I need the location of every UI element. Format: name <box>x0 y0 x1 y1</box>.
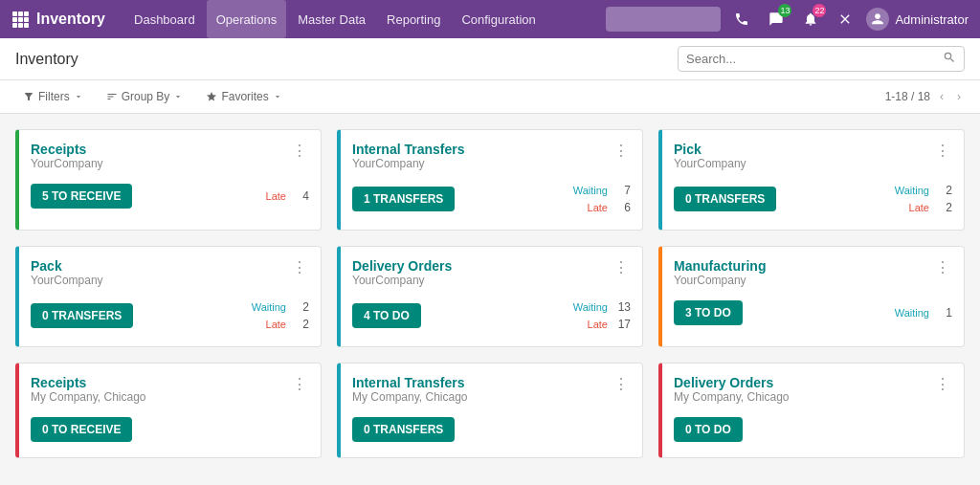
card-header: Delivery Orders My Company, Chicago ⋮ <box>674 375 952 413</box>
menu-operations[interactable]: Operations <box>207 0 287 38</box>
stat-label: Late <box>266 319 286 330</box>
card-body: 4 TO DO Waiting 13 Late 17 <box>352 300 631 331</box>
stat-value: 7 <box>615 184 631 197</box>
card-action-button[interactable]: 4 TO DO <box>352 303 421 328</box>
card-title: Receipts <box>31 375 146 390</box>
card-stat-row: Waiting 7 <box>573 184 631 197</box>
card-menu-button[interactable]: ⋮ <box>933 375 952 393</box>
card-title: Manufacturing <box>674 258 766 274</box>
card-menu-button[interactable]: ⋮ <box>290 142 309 160</box>
card-body: 5 TO RECEIVE Late 4 <box>31 184 309 209</box>
card-stat-row: Waiting 1 <box>895 306 952 320</box>
card-menu-button[interactable]: ⋮ <box>612 258 631 276</box>
card-company: My Company, Chicago <box>674 390 790 404</box>
card-menu-button[interactable]: ⋮ <box>612 375 631 393</box>
topnav-right-section: 13 22 Administrator <box>606 6 969 33</box>
user-avatar <box>866 8 889 31</box>
menu-master-data[interactable]: Master Data <box>288 0 375 38</box>
user-menu[interactable]: Administrator <box>866 8 969 31</box>
stat-value: 2 <box>294 318 309 331</box>
card-action-button[interactable]: 5 TO RECEIVE <box>31 184 132 209</box>
card-body: 3 TO DO Waiting 1 <box>674 300 952 325</box>
card-title: Internal Transfers <box>352 375 468 390</box>
stat-label: Late <box>909 202 929 213</box>
card-action-button[interactable]: 3 TO DO <box>674 300 743 325</box>
stat-label: Waiting <box>895 185 929 196</box>
card-body: 0 TRANSFERS Waiting 2 Late 2 <box>674 184 952 214</box>
card-title-group: Pick YourCompany <box>674 142 746 180</box>
card-header: Receipts My Company, Chicago ⋮ <box>31 375 309 413</box>
card-menu-button[interactable]: ⋮ <box>933 258 952 276</box>
card-action-button[interactable]: 0 TRANSFERS <box>31 303 133 328</box>
card-pick-yourcompany: Pick YourCompany ⋮ 0 TRANSFERS Waiting 2… <box>658 129 965 231</box>
menu-configuration[interactable]: Configuration <box>452 0 545 38</box>
pagination-info: 1-18 / 18 <box>885 90 930 103</box>
card-company: My Company, Chicago <box>31 390 146 404</box>
favorites-button[interactable]: Favorites <box>198 86 289 107</box>
card-title-group: Pack YourCompany <box>31 258 103 297</box>
card-action-button[interactable]: 0 TRANSFERS <box>352 417 455 442</box>
card-title: Delivery Orders <box>674 375 790 390</box>
stat-value: 13 <box>615 300 631 314</box>
pagination-prev[interactable]: ‹ <box>936 88 947 105</box>
apps-menu-button[interactable] <box>11 11 29 28</box>
card-receipts-chicago: Receipts My Company, Chicago ⋮ 0 TO RECE… <box>15 363 322 458</box>
card-action-button[interactable]: 0 TO RECEIVE <box>31 417 132 442</box>
menu-reporting[interactable]: Reporting <box>377 0 450 38</box>
card-header: Delivery Orders YourCompany ⋮ <box>352 258 631 297</box>
user-name: Administrator <box>895 12 969 27</box>
group-by-button[interactable]: Group By <box>99 86 191 107</box>
phone-icon[interactable] <box>728 6 755 33</box>
stat-value: 4 <box>294 189 309 203</box>
card-stat-row: Waiting 2 <box>252 300 309 314</box>
pagination: 1-18 / 18 ‹ › <box>885 88 965 105</box>
stat-value: 17 <box>615 318 631 331</box>
messages-badge: 13 <box>778 4 791 17</box>
group-by-label: Group By <box>122 90 170 103</box>
card-body: 0 TO DO <box>674 417 952 442</box>
card-action-button[interactable]: 0 TRANSFERS <box>674 187 776 211</box>
card-stat-row: Late 17 <box>573 318 631 331</box>
card-body: 0 TRANSFERS <box>352 417 631 442</box>
stat-value: 1 <box>937 306 952 320</box>
card-header: Internal Transfers YourCompany ⋮ <box>352 142 631 180</box>
card-menu-button[interactable]: ⋮ <box>290 258 309 276</box>
card-title: Pack <box>31 258 103 274</box>
svg-rect-2 <box>24 11 29 16</box>
card-title-group: Delivery Orders My Company, Chicago <box>674 375 790 413</box>
svg-rect-3 <box>12 17 17 22</box>
toolbar-filters: Filters Group By Favorites <box>15 86 290 107</box>
main-content: Receipts YourCompany ⋮ 5 TO RECEIVE Late… <box>0 114 980 474</box>
card-company: YourCompany <box>674 274 766 287</box>
card-stat-row: Late 4 <box>266 189 309 203</box>
card-title-group: Internal Transfers YourCompany <box>352 142 465 180</box>
toolbar: Filters Group By Favorites 1-18 / 18 ‹ › <box>0 80 980 114</box>
topnav-search-input[interactable] <box>606 7 721 32</box>
svg-rect-8 <box>24 23 29 28</box>
stat-value: 2 <box>937 201 952 214</box>
card-stat-row: Waiting 13 <box>573 300 631 314</box>
messages-icon[interactable]: 13 <box>763 6 790 33</box>
card-stat-row: Late 2 <box>252 318 309 331</box>
pagination-next[interactable]: › <box>953 88 965 105</box>
card-menu-button[interactable]: ⋮ <box>933 142 952 160</box>
filters-button[interactable]: Filters <box>15 86 91 107</box>
notifications-icon[interactable]: 22 <box>797 6 824 33</box>
svg-rect-6 <box>12 23 17 28</box>
card-header: Pick YourCompany ⋮ <box>674 142 952 180</box>
search-icon[interactable] <box>943 51 956 67</box>
notifications-badge: 22 <box>813 4 826 17</box>
card-pack-yourcompany: Pack YourCompany ⋮ 0 TRANSFERS Waiting 2… <box>15 246 322 347</box>
card-stat-row: Late 6 <box>573 201 631 214</box>
card-header: Internal Transfers My Company, Chicago ⋮ <box>352 375 631 413</box>
search-input[interactable] <box>686 52 943 66</box>
subheader: Inventory <box>0 38 980 80</box>
card-action-button[interactable]: 0 TO DO <box>674 417 743 442</box>
close-icon[interactable] <box>832 6 858 33</box>
card-action-button[interactable]: 1 TRANSFERS <box>352 187 455 211</box>
card-title: Pick <box>674 142 746 157</box>
menu-dashboard[interactable]: Dashboard <box>124 0 205 38</box>
card-menu-button[interactable]: ⋮ <box>290 375 309 393</box>
card-menu-button[interactable]: ⋮ <box>612 142 631 160</box>
filters-label: Filters <box>38 90 70 103</box>
